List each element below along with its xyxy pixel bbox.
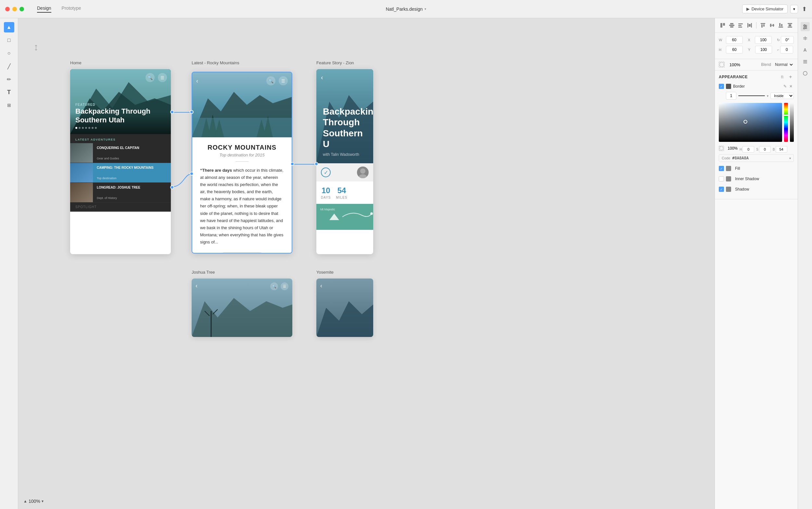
align-bottom[interactable] [777, 22, 785, 29]
far-right-typography-btn[interactable]: A [801, 45, 810, 55]
shadow-checkbox[interactable]: ✓ [719, 186, 724, 192]
tab-design[interactable]: Design [37, 5, 51, 13]
yosemite-back[interactable]: ‹ [320, 282, 322, 289]
border-width-input[interactable] [726, 92, 736, 100]
zoom-control: ▲ 100% ▾ [23, 499, 43, 504]
connector-dot-3 [170, 185, 174, 189]
border-checkbox[interactable]: ✓ [719, 84, 724, 89]
joshua-search-icon[interactable]: 🔍 [270, 282, 278, 290]
connector-dot-4 [190, 172, 194, 176]
simulate-chevron-button[interactable]: ▾ [790, 5, 798, 13]
svg-rect-30 [730, 26, 734, 28]
close-button[interactable] [5, 7, 10, 11]
thumb-1 [70, 143, 93, 163]
joshua-back[interactable]: ‹ [196, 282, 197, 289]
minimize-button[interactable] [12, 7, 17, 11]
corner-input[interactable] [780, 46, 793, 54]
fill-color-swatch[interactable] [726, 166, 731, 171]
copy-icon[interactable]: ⎘ [779, 74, 785, 80]
tool-artboard[interactable]: ⊞ [4, 100, 14, 110]
hue-handle[interactable] [783, 114, 789, 116]
alpha-bar[interactable] [790, 103, 794, 142]
h-input[interactable] [743, 146, 754, 152]
list-item-2[interactable]: CAMPING: THE ROCKY MOUNTAINS Top destina… [70, 163, 171, 183]
article-menu-icon[interactable]: ☰ [279, 76, 288, 86]
border-edit-icon[interactable]: ✎ [782, 83, 788, 89]
inner-shadow-color-swatch[interactable] [726, 176, 731, 181]
border-label: Border [733, 84, 782, 89]
svg-point-14 [359, 174, 367, 178]
x-input[interactable] [755, 36, 772, 44]
svg-rect-44 [779, 23, 780, 26]
joshua-menu-icon[interactable]: ☰ [281, 282, 288, 290]
article-search-icon[interactable]: 🔍 [266, 76, 275, 86]
stat-days: 10 DAYS [321, 186, 331, 199]
rotation-input[interactable] [781, 36, 794, 44]
simulate-button[interactable]: ▶ Device Simulator [742, 5, 788, 13]
color-handle[interactable] [744, 120, 747, 124]
align-distribute-v[interactable] [786, 22, 794, 29]
svg-point-18 [370, 212, 373, 215]
tool-rectangle[interactable]: □ [4, 35, 14, 45]
code-chevron-icon[interactable]: ▾ [789, 157, 791, 160]
h-input[interactable] [726, 46, 743, 54]
svg-rect-10 [192, 118, 292, 137]
see-more-button[interactable]: SEE MORE [219, 252, 265, 253]
border-chevron-icon[interactable]: ▾ [767, 94, 769, 98]
align-bars[interactable] [737, 22, 745, 29]
blend-select[interactable]: Normal Multiply Screen Overlay [774, 62, 794, 67]
far-right-layers-btn[interactable] [801, 57, 810, 66]
rotation-group: ↻ [777, 36, 794, 44]
joshua-nav: 🔍 ☰ [270, 282, 288, 290]
color-gradient-area[interactable] [719, 103, 782, 142]
list-item-3[interactable]: LONGREAD: JOSHUE TREE Dept. of History [70, 183, 171, 203]
svg-rect-47 [788, 27, 792, 28]
s-input[interactable] [759, 146, 771, 152]
border-color-swatch[interactable] [726, 84, 731, 89]
align-middle-v[interactable] [768, 22, 776, 29]
align-left-top[interactable] [719, 22, 726, 29]
far-right-adjust-btn[interactable] [801, 34, 810, 43]
y-input[interactable] [755, 46, 772, 54]
file-title-chevron[interactable]: ▾ [424, 7, 426, 11]
align-top[interactable] [759, 22, 767, 29]
svg-point-52 [804, 25, 805, 26]
far-right-sliders-btn[interactable] [801, 22, 810, 31]
far-right-circle-btn[interactable] [801, 69, 810, 78]
properties-section: W X ↻ H Y ⌐ [715, 33, 798, 59]
fill-checkbox[interactable]: ✓ [719, 166, 724, 171]
zoom-down-icon[interactable]: ▾ [41, 499, 43, 504]
traffic-lights [5, 7, 24, 11]
fullscreen-button[interactable] [20, 7, 24, 11]
b-input[interactable] [776, 146, 787, 152]
align-distribute[interactable] [746, 22, 753, 29]
check-circle: ✓ [321, 168, 331, 177]
tool-text[interactable]: T [4, 87, 14, 97]
tool-pen[interactable]: ✏ [4, 74, 14, 84]
list-item-1[interactable]: CONQUERING EL CAPITAN Gear and Guides [70, 143, 171, 163]
align-center-h[interactable] [728, 22, 736, 29]
inner-shadow-checkbox[interactable] [719, 176, 724, 181]
border-options: ▾ Inside Outside Center [719, 92, 794, 100]
tool-select[interactable]: ▲ [4, 22, 14, 32]
svg-rect-34 [747, 23, 748, 28]
zoom-up-icon[interactable]: ▲ [23, 499, 27, 504]
border-position-select[interactable]: Inside Outside Center [771, 93, 794, 99]
w-input[interactable] [726, 36, 743, 44]
hue-bar[interactable] [784, 103, 788, 142]
share-button[interactable]: ⬆ [802, 5, 807, 13]
zion-back-btn[interactable]: ‹ [321, 74, 323, 81]
back-button[interactable]: ‹ [196, 77, 198, 84]
corner-group: ⌐ [777, 46, 793, 54]
tab-prototype[interactable]: Prototype [62, 5, 81, 13]
hy-row: H Y ⌐ [719, 46, 794, 54]
tool-ellipse[interactable]: ○ [4, 48, 14, 59]
search-icon[interactable]: 🔍 [145, 73, 155, 82]
corner-icon: ⌐ [777, 48, 779, 52]
shadow-color-swatch[interactable] [726, 186, 731, 192]
menu-icon[interactable]: ☰ [158, 73, 167, 82]
add-icon[interactable]: + [787, 74, 794, 80]
list-sub-1: Gear and Guides [97, 157, 167, 160]
border-delete-icon[interactable]: ✕ [788, 83, 794, 89]
tool-line[interactable]: ╱ [4, 61, 14, 71]
